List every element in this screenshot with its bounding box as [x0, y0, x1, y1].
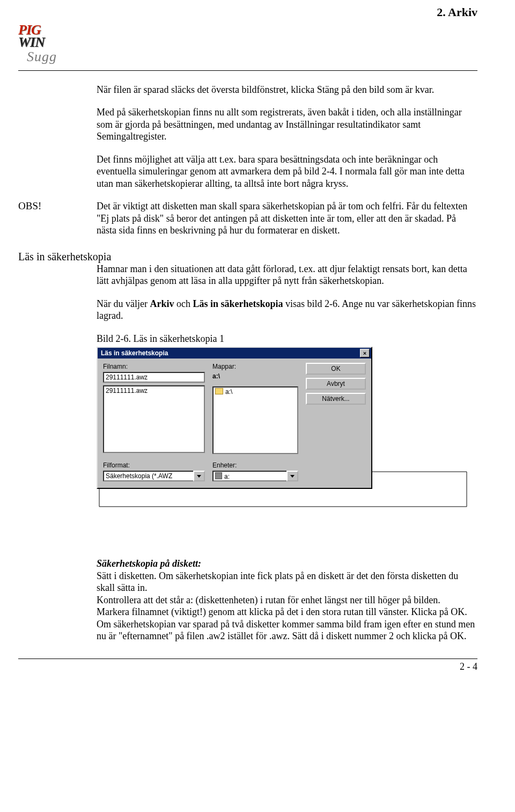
mappar-value: a:\	[212, 372, 298, 384]
folder-listbox[interactable]: a:\	[212, 386, 298, 454]
instructions-l3: Markera filnamnet (viktigt!) genom att k…	[97, 606, 467, 617]
lasin-p2: När du väljer Arkiv och Läs in säkerhets…	[97, 298, 477, 322]
enheter-label: Enheter:	[212, 462, 298, 469]
lasin-p1: Hamnar man i den situationen att data gå…	[97, 263, 477, 287]
list-item[interactable]: 29111111.awz	[106, 387, 202, 394]
close-icon[interactable]: ×	[360, 349, 370, 357]
paragraph-3: Det finns möjlighet att välja att t.ex. …	[97, 153, 477, 190]
logo-sub: Sugg	[27, 49, 57, 65]
filformat-label: Filformat:	[103, 462, 205, 469]
header-divider	[18, 70, 477, 71]
instructions-title: Säkerhetskopia på diskett:	[97, 558, 477, 570]
mappar-label: Mappar:	[212, 363, 298, 370]
logo-win: WIN	[18, 34, 45, 50]
dialog-las-in-sakerhetskopia: Läs in säkerhetskopia × Filnamn: 2911111…	[97, 347, 372, 489]
instructions: Säkerhetskopia på diskett: Sätt i disket…	[97, 558, 477, 642]
chevron-down-icon[interactable]	[286, 471, 298, 481]
chevron-down-icon[interactable]	[193, 471, 205, 481]
obs-label: OBS!	[18, 200, 97, 212]
natverk-button[interactable]: Nätverk...	[306, 393, 366, 405]
footer-divider	[18, 659, 477, 659]
instructions-l2: Kontrollera att det står a: (diskettenhe…	[97, 595, 440, 605]
filformat-value: Säkerhetskopia (*.AWZ	[103, 471, 193, 481]
dialog-title: Läs in säkerhetskopia	[101, 349, 168, 357]
filformat-combo[interactable]: Säkerhetskopia (*.AWZ	[103, 471, 205, 481]
filnamn-label: Filnamn:	[103, 363, 205, 370]
enheter-value: a:	[212, 471, 286, 481]
obs-text: Det är viktigt att disketten man skall s…	[97, 200, 477, 237]
avbryt-button[interactable]: Avbryt	[306, 378, 366, 390]
figure-caption: Bild 2-6. Läs in säkerhetskopia 1	[97, 333, 477, 345]
enheter-combo[interactable]: a:	[212, 471, 298, 481]
page-number: 2 - 4	[18, 661, 477, 672]
instructions-l1: Sätt i disketten. Om säkerhetskopian int…	[97, 570, 458, 594]
paragraph-2: Med på säkerhetskopian finns nu allt som…	[97, 106, 477, 143]
logo: PIG WIN Sugg	[18, 24, 57, 65]
section-title: 2. Arkiv	[437, 5, 477, 19]
subheading-lasin: Läs in säkerhetskopia	[18, 251, 477, 263]
paragraph-1: När filen är sparad släcks det översta b…	[97, 84, 477, 96]
ok-button[interactable]: OK	[306, 363, 366, 375]
annotation-line	[97, 493, 477, 558]
filnamn-input[interactable]: 29111111.awz	[103, 372, 205, 383]
folder-item[interactable]: a:\	[215, 388, 296, 396]
instructions-l4: Om säkerhetskopian var sparad på två dis…	[97, 619, 475, 642]
file-listbox[interactable]: 29111111.awz	[103, 385, 205, 453]
dialog-titlebar: Läs in säkerhetskopia ×	[98, 348, 371, 359]
